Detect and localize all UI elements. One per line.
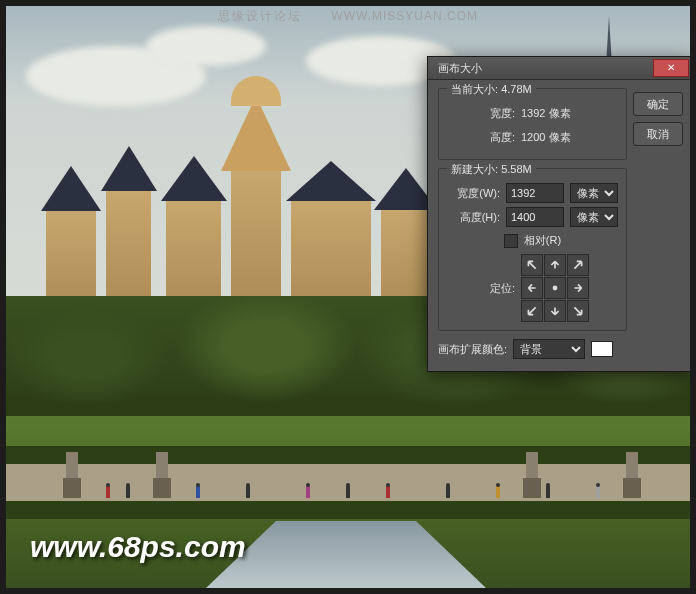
current-size-value: 4.78M (501, 83, 532, 95)
anchor-bottom-center[interactable] (544, 300, 566, 322)
relative-label: 相对(R) (524, 233, 561, 248)
dialog-title: 画布大小 (438, 61, 482, 76)
document-canvas: 思缘设计论坛 WWW.MISSYUAN.COM www.68ps.com 画布大… (6, 6, 690, 588)
new-width-label: 宽度(W): (447, 186, 506, 201)
height-unit-select[interactable]: 像素 (570, 207, 618, 227)
watermark-top-right: WWW.MISSYUAN.COM (331, 9, 478, 23)
relative-checkbox[interactable] (504, 234, 518, 248)
watermark-bottom: www.68ps.com (30, 530, 246, 564)
anchor-label: 定位: (447, 281, 521, 296)
canvas-size-dialog: 画布大小 ✕ 确定 取消 当前大小: 4.78M 宽度: 13 (427, 56, 690, 372)
new-size-heading: 新建大小: (451, 163, 498, 175)
anchor-middle-left[interactable] (521, 277, 543, 299)
width-unit-select[interactable]: 像素 (570, 183, 618, 203)
ok-button[interactable]: 确定 (633, 92, 683, 116)
anchor-bottom-right[interactable] (567, 300, 589, 322)
current-height-label: 高度: (447, 130, 521, 145)
extension-color-select[interactable]: 背景 (513, 339, 585, 359)
anchor-top-left[interactable] (521, 254, 543, 276)
new-size-value: 5.58M (501, 163, 532, 175)
extension-color-swatch[interactable] (591, 341, 613, 357)
current-size-section: 当前大小: 4.78M 宽度: 1392 像素 高度: 1200 像素 (438, 88, 627, 160)
new-height-label: 高度(H): (447, 210, 506, 225)
current-height-value: 1200 像素 (521, 130, 571, 145)
current-width-value: 1392 像素 (521, 106, 571, 121)
new-size-section: 新建大小: 5.58M 宽度(W): 像素 高度(H): (438, 168, 627, 331)
svg-point-0 (553, 286, 558, 291)
anchor-bottom-left[interactable] (521, 300, 543, 322)
anchor-center[interactable] (544, 277, 566, 299)
extension-color-row: 画布扩展颜色: 背景 (438, 339, 627, 359)
close-icon: ✕ (667, 63, 675, 73)
cancel-button[interactable]: 取消 (633, 122, 683, 146)
height-input[interactable] (506, 207, 564, 227)
close-button[interactable]: ✕ (653, 59, 689, 77)
watermark-top-left: 思缘设计论坛 (218, 9, 302, 23)
width-input[interactable] (506, 183, 564, 203)
extension-color-label: 画布扩展颜色: (438, 342, 513, 357)
anchor-middle-right[interactable] (567, 277, 589, 299)
watermark-top: 思缘设计论坛 WWW.MISSYUAN.COM (6, 8, 690, 25)
dialog-titlebar[interactable]: 画布大小 ✕ (428, 57, 690, 80)
current-width-label: 宽度: (447, 106, 521, 121)
current-size-heading: 当前大小: (451, 83, 498, 95)
anchor-top-right[interactable] (567, 254, 589, 276)
anchor-top-center[interactable] (544, 254, 566, 276)
anchor-grid (521, 254, 589, 322)
